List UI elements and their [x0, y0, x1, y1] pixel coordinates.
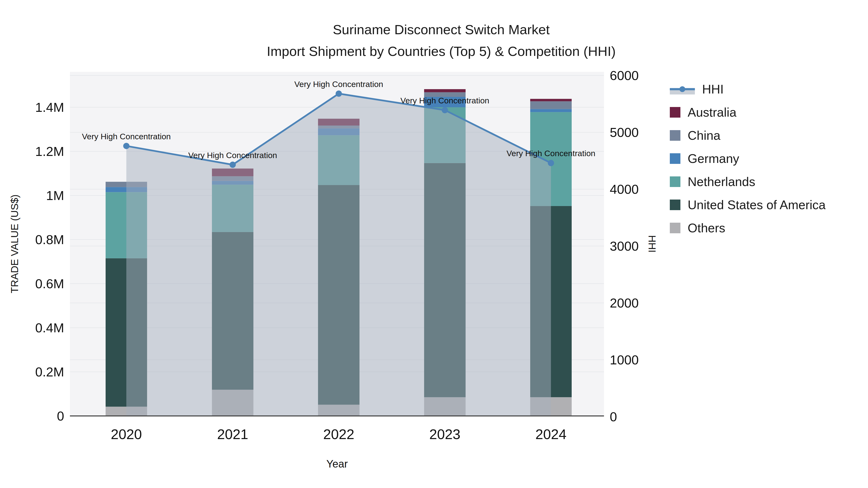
y-right-tick-label: 6000 [610, 68, 639, 83]
annotation-2024: Very High Concentration [506, 149, 595, 158]
y-right-tick-label: 2000 [610, 296, 639, 310]
annotation-2023: Very High Concentration [401, 96, 490, 105]
y-left-tick-label: 0.6M [35, 276, 64, 291]
y-left-tick-label: 0.2M [35, 365, 64, 379]
hhi-point-2020[interactable] [123, 143, 129, 149]
y-right-tick-label: 5000 [610, 125, 639, 139]
bar-segment-china-2024[interactable] [530, 101, 572, 109]
legend-item-hhi[interactable]: HHI [670, 77, 826, 101]
legend-label: Germany [688, 151, 739, 166]
chart-page: Suriname Disconnect Switch Market Import… [0, 0, 868, 488]
annotation-2022: Very High Concentration [294, 79, 383, 89]
x-tick-label: 2024 [535, 426, 566, 442]
y-left-tick-label: 0.8M [35, 232, 64, 247]
chart-legend: HHI Australia China Germany Netherlands … [670, 77, 826, 239]
netherlands-swatch-icon [670, 176, 680, 187]
hhi-point-2021[interactable] [229, 162, 236, 168]
y-left-tick-label: 0.4M [35, 321, 64, 335]
x-tick-label: 2021 [217, 426, 248, 442]
hhi-point-2022[interactable] [336, 91, 342, 97]
legend-item-australia[interactable]: Australia [670, 101, 826, 124]
legend-label: Australia [688, 105, 736, 120]
chart-canvas: Very High ConcentrationVery High Concent… [0, 0, 868, 488]
australia-swatch-icon [670, 107, 680, 118]
y-left-tick-label: 1.4M [35, 100, 64, 115]
y-right-tick-label: 4000 [610, 182, 639, 196]
hhi-point-2023[interactable] [442, 107, 448, 113]
y-right-tick-label: 3000 [610, 239, 639, 253]
y-right-tick-label: 1000 [610, 353, 639, 367]
y-right-tick-label: 0 [610, 410, 617, 424]
y-left-tick-label: 1.2M [35, 144, 64, 159]
y-left-axis-title: TRADE VALUE (US$) [9, 194, 20, 293]
annotation-2021: Very High Concentration [188, 151, 277, 160]
germany-swatch-icon [670, 153, 680, 164]
x-tick-label: 2020 [111, 426, 142, 442]
y-left-tick-label: 0 [57, 409, 64, 423]
legend-label: China [688, 128, 720, 143]
legend-label: Others [688, 221, 725, 235]
legend-label: HHI [702, 82, 724, 96]
usa-swatch-icon [670, 199, 680, 210]
y-right-axis-title: HHI [646, 235, 658, 253]
bar-segment-germany-2024[interactable] [530, 109, 572, 112]
x-tick-label: 2023 [429, 426, 460, 442]
legend-item-others[interactable]: Others [670, 217, 826, 239]
x-axis-title: Year [327, 458, 348, 470]
bar-segment-australia-2024[interactable] [530, 99, 572, 101]
legend-item-china[interactable]: China [670, 124, 826, 147]
china-swatch-icon [670, 130, 680, 141]
legend-item-usa[interactable]: United States of America [670, 193, 826, 217]
y-left-tick-label: 1M [46, 188, 64, 203]
legend-item-netherlands[interactable]: Netherlands [670, 170, 826, 193]
legend-label: United States of America [688, 198, 826, 212]
x-tick-label: 2022 [323, 426, 354, 442]
annotation-2020: Very High Concentration [82, 132, 171, 141]
legend-label: Netherlands [688, 174, 755, 189]
hhi-line-icon [670, 84, 695, 94]
legend-item-germany[interactable]: Germany [670, 147, 826, 170]
hhi-point-2024[interactable] [548, 160, 554, 166]
bar-segment-australia-2023[interactable] [424, 89, 466, 92]
others-swatch-icon [670, 223, 680, 233]
